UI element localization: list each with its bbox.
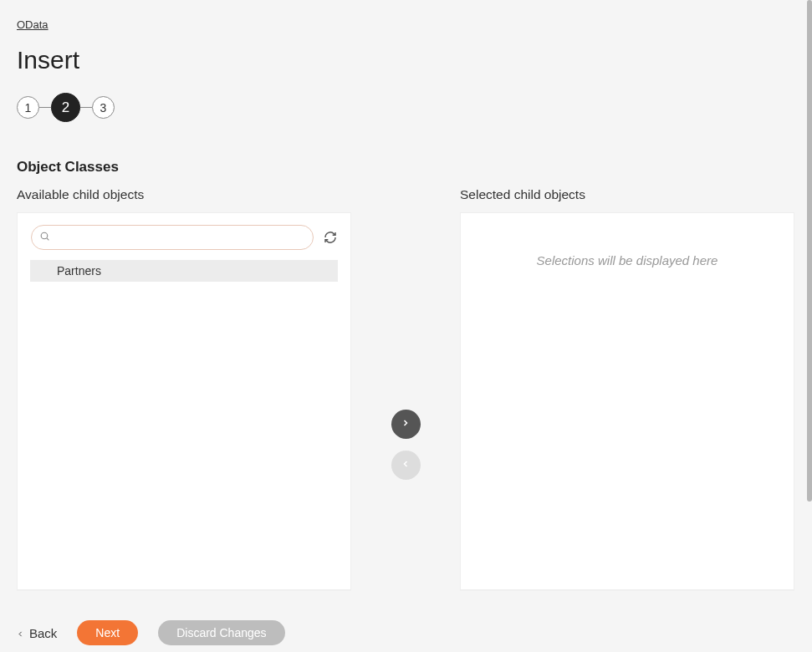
selected-panel: Selections will be displayed here <box>460 212 794 590</box>
move-right-button[interactable] <box>391 410 421 439</box>
section-title: Object Classes <box>17 159 795 176</box>
stepper: 1 2 3 <box>17 93 795 122</box>
back-button[interactable]: Back <box>17 626 57 640</box>
move-left-button[interactable] <box>391 451 421 480</box>
list-item-label: Partners <box>57 264 101 278</box>
search-row <box>31 225 337 250</box>
selected-column: Selected child objects Selections will b… <box>460 187 794 590</box>
breadcrumb-odata[interactable]: OData <box>17 18 49 31</box>
scrollbar-thumb[interactable] <box>807 0 812 502</box>
search-wrap <box>31 225 314 250</box>
scrollbar-track <box>807 0 812 652</box>
chevron-left-icon <box>17 626 24 640</box>
selected-label: Selected child objects <box>460 187 794 202</box>
chevron-right-icon <box>401 418 411 430</box>
step-connector <box>80 107 92 108</box>
footer: Back Next Discard Changes <box>17 620 795 645</box>
page-title: Insert <box>17 46 795 74</box>
available-label: Available child objects <box>17 187 351 202</box>
transfer-controls <box>351 187 460 590</box>
transfer-columns: Available child objects <box>17 187 795 590</box>
refresh-icon[interactable] <box>324 231 337 244</box>
available-panel: Partners <box>17 212 351 590</box>
next-button[interactable]: Next <box>77 620 138 645</box>
step-connector <box>39 107 51 108</box>
chevron-left-icon <box>401 459 411 471</box>
list-item-partners[interactable]: Partners <box>30 260 338 282</box>
selected-empty-text: Selections will be displayed here <box>537 253 718 267</box>
step-1[interactable]: 1 <box>17 96 39 119</box>
step-2[interactable]: 2 <box>51 93 80 122</box>
available-column: Available child objects <box>17 187 351 590</box>
discard-button[interactable]: Discard Changes <box>158 620 284 645</box>
back-label: Back <box>29 626 57 640</box>
step-3[interactable]: 3 <box>92 96 115 119</box>
search-input[interactable] <box>31 225 314 250</box>
